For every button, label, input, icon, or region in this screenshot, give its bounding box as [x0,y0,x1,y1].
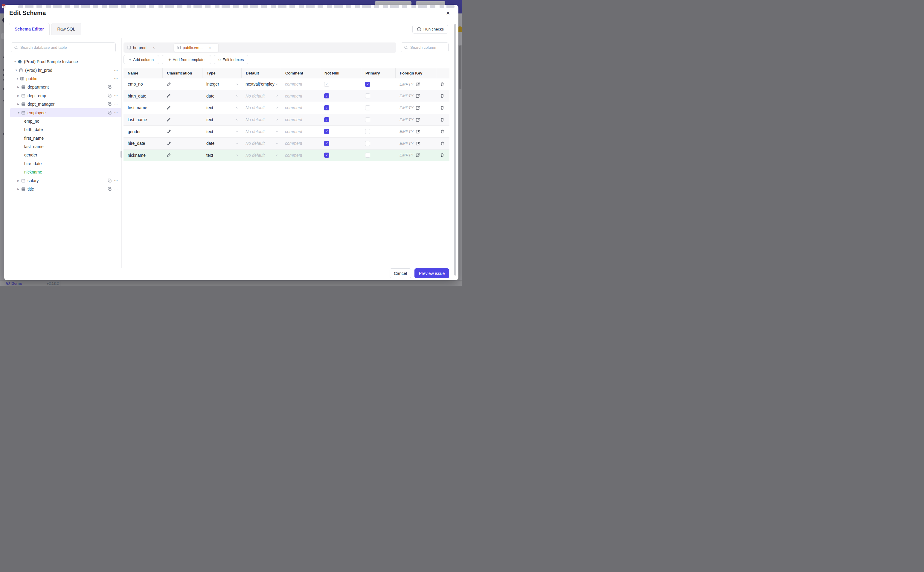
default-select[interactable]: No default [241,138,281,149]
primary-checkbox[interactable] [365,105,370,110]
copy-icon[interactable] [108,85,112,89]
edit-square-icon[interactable] [415,129,420,134]
default-select[interactable]: No default [241,102,281,114]
tab-schema-editor[interactable]: Schema Editor [9,23,50,35]
more-actions-icon[interactable]: ••• [115,94,118,97]
edit-square-icon[interactable] [415,94,420,98]
primary-checkbox[interactable]: ✓ [365,82,370,87]
tree-item-department[interactable]: ▶department••• [10,83,121,91]
tree-item-nickname[interactable]: nickname [10,168,121,176]
not-null-checkbox[interactable]: ✓ [324,152,329,158]
trash-icon[interactable] [440,153,444,157]
tree-item-hire_date[interactable]: hire_date [10,159,121,168]
column-name-field[interactable]: emp_no [124,78,162,90]
copy-icon[interactable] [108,102,112,106]
not-null-checkbox[interactable]: ✓ [324,129,329,134]
caret-right-icon[interactable]: ▶ [17,85,21,89]
column-name-field[interactable]: first_name [124,102,162,114]
tree-item--prod-hr_prod[interactable]: ▼(Prod) hr_prod••• [10,66,121,74]
trash-icon[interactable] [440,129,444,134]
tree-item-title[interactable]: ▶title••• [10,185,121,193]
type-select[interactable]: text [202,102,241,114]
more-actions-icon[interactable]: ••• [115,103,118,106]
trash-icon[interactable] [440,82,444,87]
type-select[interactable]: text [202,149,241,161]
copy-icon[interactable] [108,179,112,183]
not-null-checkbox[interactable]: ✓ [324,117,329,122]
demo-link[interactable]: Demo [6,281,22,286]
more-actions-icon[interactable]: ••• [115,179,118,182]
close-icon[interactable]: ✕ [208,46,211,50]
comment-field[interactable]: comment [281,126,320,137]
more-actions-icon[interactable]: ••• [115,77,118,80]
default-select[interactable]: No default [241,149,281,161]
column-name-field[interactable]: last_name [124,114,162,126]
pencil-icon[interactable] [167,118,171,122]
caret-down-icon[interactable]: ▼ [14,60,18,63]
caret-down-icon[interactable]: ▼ [16,77,20,80]
primary-checkbox[interactable] [365,141,370,146]
not-null-checkbox[interactable]: ✓ [324,93,329,98]
type-select[interactable]: date [202,90,241,102]
editor-tab-hr-prod[interactable]: hr_prod ✕ [124,44,172,52]
pencil-icon[interactable] [167,94,171,98]
caret-right-icon[interactable]: ▶ [17,94,21,97]
not-null-checkbox[interactable]: ✓ [324,141,329,146]
tree-item-last_name[interactable]: last_name [10,142,121,151]
column-name-field[interactable]: nickname [124,149,162,161]
edit-square-icon[interactable] [415,82,420,87]
primary-checkbox[interactable] [365,117,370,122]
column-name-field[interactable]: birth_date [124,90,162,102]
caret-down-icon[interactable]: ▼ [17,111,21,114]
type-select[interactable]: text [202,114,241,126]
column-name-field[interactable]: hire_date [124,138,162,149]
run-checks-button[interactable]: Run checks [412,25,448,34]
caret-right-icon[interactable]: ▶ [17,103,21,106]
pencil-icon[interactable] [167,82,171,87]
tree-item-emp_no[interactable]: emp_no [10,117,121,125]
default-select[interactable]: No default [241,114,281,126]
default-select[interactable]: No default [241,90,281,102]
primary-checkbox[interactable] [365,93,370,98]
copy-icon[interactable] [108,111,112,115]
edit-indexes-button[interactable]: ◇ Edit indexes [214,55,248,64]
page-scrollbar[interactable] [459,45,461,89]
comment-field[interactable]: comment [281,114,320,126]
more-actions-icon[interactable]: ••• [115,69,118,72]
comment-field[interactable]: comment [281,102,320,114]
tree-item-dept_emp[interactable]: ▶dept_emp••• [10,92,121,100]
tree-item-salary[interactable]: ▶salary••• [10,176,121,185]
trash-icon[interactable] [440,106,444,110]
search-database-input[interactable]: Search database and table [11,42,116,52]
tree-item-birth_date[interactable]: birth_date [10,125,121,134]
tree-item-gender[interactable]: gender [10,151,121,159]
comment-field[interactable]: comment [281,149,320,161]
more-actions-icon[interactable]: ••• [115,85,118,89]
not-null-checkbox[interactable]: ✓ [324,82,329,87]
default-select[interactable]: No default [241,126,281,137]
copy-icon[interactable] [108,187,112,191]
tree-item-employee[interactable]: ▼employee••• [10,108,121,117]
trash-icon[interactable] [440,94,444,98]
not-null-checkbox[interactable]: ✓ [324,105,329,110]
trash-icon[interactable] [440,118,444,122]
search-column-input[interactable]: Search column [401,42,448,52]
add-column-button[interactable]: + Add column [124,55,159,64]
pencil-icon[interactable] [167,129,171,134]
type-select[interactable]: integer [202,78,241,90]
editor-tab-public-employee[interactable]: public.em... ✕ [174,44,219,52]
tab-raw-sql[interactable]: Raw SQL [51,23,81,35]
edit-square-icon[interactable] [415,153,420,157]
more-actions-icon[interactable]: ••• [115,188,118,191]
edit-square-icon[interactable] [415,106,420,110]
comment-field[interactable]: comment [281,78,320,90]
caret-right-icon[interactable]: ▶ [17,179,21,182]
modal-scrollbar[interactable] [454,24,456,275]
pencil-icon[interactable] [167,141,171,146]
primary-checkbox[interactable] [365,129,370,134]
caret-right-icon[interactable]: ▶ [17,188,21,191]
pencil-icon[interactable] [167,106,171,110]
tree-item--prod-prod-sample-instance[interactable]: ▼(Prod) Prod Sample Instance [10,58,121,66]
tree-item-dept_manager[interactable]: ▶dept_manager••• [10,100,121,108]
cancel-button[interactable]: Cancel [390,268,411,278]
